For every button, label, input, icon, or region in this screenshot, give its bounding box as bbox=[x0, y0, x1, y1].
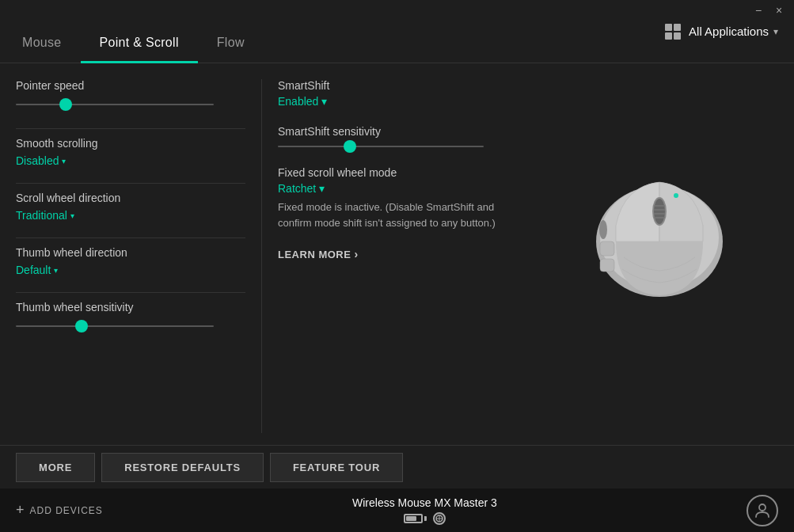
scroll-wheel-direction-dropdown[interactable]: Traditional ▾ bbox=[16, 209, 245, 222]
tab-mouse[interactable]: Mouse bbox=[16, 26, 81, 63]
thumb-wheel-sensitivity-group: Thumb wheel sensitivity bbox=[16, 301, 245, 334]
fixed-scroll-mode-info: Fixed mode is inactive. (Disable SmartSh… bbox=[278, 200, 523, 230]
pointer-speed-label: Pointer speed bbox=[16, 79, 245, 92]
divider-3 bbox=[16, 238, 245, 238]
svg-point-11 bbox=[599, 220, 607, 239]
tab-flow[interactable]: Flow bbox=[198, 26, 264, 63]
smartshift-sensitivity-track[interactable] bbox=[278, 146, 484, 147]
thumb-wheel-sensitivity-slider-container bbox=[16, 318, 245, 334]
thumb-wheel-direction-chevron: ▾ bbox=[54, 266, 58, 275]
smartshift-sensitivity-label: SmartShift sensitivity bbox=[278, 125, 778, 138]
fixed-scroll-mode-value: Ratchet bbox=[278, 182, 316, 195]
smartshift-group: SmartShift Enabled ▾ bbox=[278, 79, 778, 108]
add-devices-button[interactable]: + ADD DEVICES bbox=[16, 502, 103, 519]
applications-area: All Applications ▾ bbox=[665, 24, 778, 40]
applications-chevron: ▾ bbox=[773, 26, 778, 37]
profile-icon[interactable] bbox=[747, 495, 778, 526]
fixed-scroll-mode-chevron: ▾ bbox=[319, 182, 325, 195]
close-button[interactable]: × bbox=[773, 5, 785, 16]
svg-rect-9 bbox=[600, 241, 614, 256]
battery-body bbox=[404, 514, 423, 523]
thumb-wheel-direction-label: Thumb wheel direction bbox=[16, 246, 245, 259]
bottom-buttons-bar: MORE RESTORE DEFAULTS FEATURE TOUR bbox=[0, 445, 794, 488]
smartshift-dropdown[interactable]: Enabled ▾ bbox=[278, 95, 778, 108]
left-column: Pointer speed Smooth scrolling Disabled … bbox=[16, 79, 261, 433]
pointer-speed-thumb[interactable] bbox=[59, 98, 72, 111]
smooth-scrolling-label: Smooth scrolling bbox=[16, 137, 245, 150]
tabs-bar: Mouse Point & Scroll Flow All Applicatio… bbox=[0, 0, 794, 63]
add-devices-plus-icon: + bbox=[16, 502, 25, 519]
svg-point-8 bbox=[674, 193, 678, 198]
thumb-wheel-sensitivity-thumb[interactable] bbox=[75, 320, 88, 332]
mouse-svg-container bbox=[549, 158, 770, 317]
scroll-wheel-direction-chevron: ▾ bbox=[70, 211, 74, 220]
smartshift-label: SmartShift bbox=[278, 79, 778, 92]
device-status-icons bbox=[404, 512, 446, 525]
applications-label: All Applications bbox=[689, 25, 769, 38]
battery-fill bbox=[406, 516, 417, 521]
smartshift-sensitivity-group: SmartShift sensitivity bbox=[278, 125, 778, 147]
learn-more-label: LEARN MORE bbox=[278, 249, 351, 260]
restore-defaults-button[interactable]: RESTORE DEFAULTS bbox=[101, 453, 264, 482]
smartshift-sensitivity-thumb[interactable] bbox=[344, 140, 356, 153]
feature-tour-button[interactable]: FEATURE TOUR bbox=[270, 453, 403, 482]
smartshift-chevron: ▾ bbox=[321, 95, 327, 108]
connection-icon bbox=[433, 512, 446, 525]
grid-icon bbox=[665, 24, 681, 40]
divider-2 bbox=[16, 183, 245, 184]
svg-rect-10 bbox=[600, 259, 614, 272]
battery-icon bbox=[404, 514, 427, 523]
divider-4 bbox=[16, 292, 245, 293]
scroll-wheel-direction-value: Traditional bbox=[16, 209, 67, 222]
scroll-wheel-direction-label: Scroll wheel direction bbox=[16, 192, 245, 204]
thumb-wheel-sensitivity-track[interactable] bbox=[16, 325, 214, 327]
thumb-wheel-direction-group: Thumb wheel direction Default ▾ bbox=[16, 246, 245, 276]
pointer-speed-slider-container bbox=[16, 97, 245, 112]
scroll-wheel-direction-group: Scroll wheel direction Traditional ▾ bbox=[16, 192, 245, 222]
title-bar: − × bbox=[743, 0, 794, 21]
battery-tip bbox=[424, 516, 427, 521]
applications-dropdown[interactable]: All Applications ▾ bbox=[689, 25, 778, 38]
learn-more-arrow-icon: › bbox=[354, 248, 358, 260]
tab-point-scroll[interactable]: Point & Scroll bbox=[81, 26, 198, 63]
svg-point-3 bbox=[654, 199, 665, 224]
mouse-image bbox=[549, 158, 770, 317]
minimize-button[interactable]: − bbox=[753, 5, 764, 16]
pointer-speed-track[interactable] bbox=[16, 104, 214, 105]
add-devices-label: ADD DEVICES bbox=[30, 505, 103, 516]
svg-point-15 bbox=[759, 504, 766, 511]
divider-1 bbox=[16, 128, 245, 129]
smooth-scrolling-dropdown[interactable]: Disabled ▾ bbox=[16, 154, 245, 167]
device-info: Wireless Mouse MX Master 3 bbox=[352, 496, 497, 525]
status-bar: + ADD DEVICES Wireless Mouse MX Master 3 bbox=[0, 488, 794, 532]
thumb-wheel-sensitivity-label: Thumb wheel sensitivity bbox=[16, 301, 245, 314]
pointer-speed-group: Pointer speed bbox=[16, 79, 245, 112]
thumb-wheel-direction-value: Default bbox=[16, 264, 51, 276]
smooth-scrolling-chevron: ▾ bbox=[62, 157, 66, 165]
smartshift-value: Enabled bbox=[278, 95, 318, 108]
device-name-label: Wireless Mouse MX Master 3 bbox=[352, 496, 497, 509]
smooth-scrolling-value: Disabled bbox=[16, 154, 59, 167]
thumb-wheel-direction-dropdown[interactable]: Default ▾ bbox=[16, 264, 245, 276]
more-button[interactable]: MORE bbox=[16, 453, 95, 482]
smooth-scrolling-group: Smooth scrolling Disabled ▾ bbox=[16, 137, 245, 167]
